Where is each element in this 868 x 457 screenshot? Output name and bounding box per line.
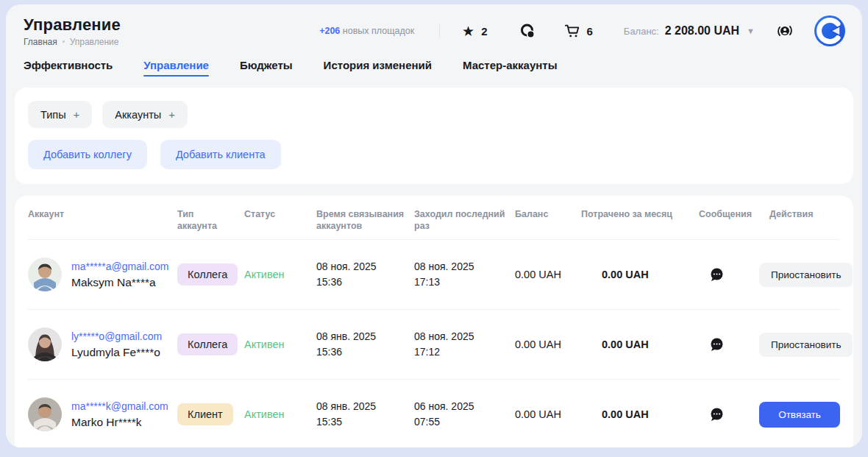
favorites-metric[interactable]: ★ 2: [462, 24, 487, 38]
brand-logo[interactable]: [814, 15, 846, 47]
last-seen-cell: 08 ноя. 2025 17:13: [414, 259, 515, 290]
last-seen-time: 17:13: [414, 274, 515, 290]
account-email[interactable]: ly*****o@gmail.com: [71, 329, 162, 344]
message-icon: [709, 407, 725, 422]
message-button[interactable]: [709, 267, 725, 283]
tab-management[interactable]: Управление: [143, 59, 209, 80]
account-name: Lyudmyla Fe****o: [71, 344, 162, 361]
col-account: Аккаунт: [28, 208, 177, 220]
linked-date: 08 янв. 2025: [316, 329, 414, 344]
messages-cell: [699, 337, 759, 353]
balance-cell: 0.00 UAH: [515, 269, 581, 280]
tab-history[interactable]: История изменений: [324, 59, 432, 80]
type-badge: Коллега: [177, 333, 238, 355]
status-badge: Активен: [244, 408, 316, 420]
type-cell: Коллега: [177, 263, 244, 286]
filter-button-row: Добавить коллегу Добавить клиента: [28, 140, 840, 169]
last-seen-cell: 08 ноя. 2025 17:12: [414, 329, 515, 360]
account-text: ma*****a@gmail.com Maksym Na****a: [71, 259, 168, 291]
type-cell: Клиент: [177, 403, 244, 425]
last-seen-time: 17:12: [414, 344, 515, 360]
add-client-button[interactable]: Добавить клиента: [160, 140, 281, 169]
balance-value: 2 208.00 UAH: [665, 24, 739, 38]
chat-cloud-icon: [519, 22, 536, 40]
tab-effectiveness[interactable]: Эффективность: [24, 59, 113, 80]
top-bar: Управление Главная Управление +206 новых…: [6, 4, 862, 52]
chat-cloud-button[interactable]: [519, 22, 536, 40]
last-seen-cell: 06 ноя. 2025 07:55: [414, 399, 515, 430]
spent-cell: 0.00 UAH: [581, 269, 699, 280]
balance-dropdown[interactable]: Баланс: 2 208.00 UAH ▼: [624, 24, 755, 38]
tab-budgets[interactable]: Бюджеты: [240, 59, 293, 80]
col-type: Тип аккаунта: [177, 208, 244, 232]
message-button[interactable]: [709, 337, 725, 353]
actions-cell: Приостановить: [759, 263, 853, 287]
type-badge: Коллега: [177, 263, 238, 286]
favorites-count: 2: [481, 25, 487, 38]
table-row: ly*****o@gmail.com Lyudmyla Fe****o Колл…: [28, 309, 840, 379]
breadcrumb: Главная Управление: [24, 37, 121, 47]
new-sites-label: новых площадок: [343, 26, 414, 36]
col-messages: Сообщения: [699, 208, 759, 220]
type-badge: Клиент: [177, 403, 233, 425]
tab-bar: Эффективность Управление Бюджеты История…: [6, 52, 862, 80]
account-text: ma*****k@gmail.com Marko Hr****k: [71, 399, 168, 431]
account-cell: ma*****a@gmail.com Maksym Na****a: [28, 258, 177, 291]
account-email[interactable]: ma*****a@gmail.com: [71, 259, 168, 274]
add-colleague-button[interactable]: Добавить коллегу: [28, 140, 147, 169]
spent-cell: 0.00 UAH: [581, 339, 699, 350]
plus-icon: +: [168, 108, 175, 121]
chevron-down-icon: ▼: [747, 26, 755, 35]
cart-metric[interactable]: 6: [564, 23, 593, 39]
table-header-row: Аккаунт Тип аккаунта Статус Время связыв…: [28, 197, 840, 239]
breadcrumb-current: Управление: [70, 37, 119, 47]
app-surface: Управление Главная Управление +206 новых…: [6, 4, 862, 447]
suspend-button[interactable]: Приостановить: [759, 263, 853, 287]
messages-cell: [699, 267, 759, 283]
actions-cell: Приостановить: [759, 333, 853, 357]
message-icon: [709, 337, 725, 353]
filter-chip-types[interactable]: Типы +: [28, 101, 92, 128]
message-icon: [709, 267, 725, 283]
type-cell: Коллега: [177, 333, 244, 355]
filter-chip-accounts[interactable]: Аккаунты +: [102, 101, 188, 128]
avatar: [28, 327, 62, 361]
account-text: ly*****o@gmail.com Lyudmyla Fe****o: [71, 329, 162, 361]
last-seen-time: 07:55: [414, 414, 515, 430]
page-title: Управление: [24, 15, 121, 35]
table-row: ma*****k@gmail.com Marko Hr****k Клиент …: [28, 379, 840, 447]
accounts-table: Аккаунт Тип аккаунта Статус Время связыв…: [15, 196, 853, 447]
balance-cell: 0.00 UAH: [515, 339, 581, 350]
notification-button[interactable]: [775, 21, 794, 40]
cart-icon: [564, 23, 580, 39]
message-button[interactable]: [709, 407, 725, 422]
suspend-button[interactable]: Приостановить: [759, 333, 853, 357]
spent-cell: 0.00 UAH: [581, 408, 699, 420]
star-icon: ★: [462, 24, 474, 38]
col-linked: Время связывания аккаунтов: [316, 208, 414, 232]
new-sites-link[interactable]: +206 новых площадок: [319, 26, 414, 36]
last-seen-date: 08 ноя. 2025: [414, 259, 515, 274]
tab-master-accounts[interactable]: Мастер-аккаунты: [463, 59, 557, 80]
linked-time-cell: 08 янв. 2025 15:35: [316, 399, 414, 430]
col-last-seen: Заходил последний раз: [414, 208, 515, 232]
col-actions: Действия: [759, 208, 840, 220]
table-row: ma*****a@gmail.com Maksym Na****a Коллег…: [28, 239, 840, 309]
unlink-button[interactable]: Отвязать: [759, 402, 840, 428]
linked-time: 15:35: [316, 414, 414, 430]
filter-chip-row: Типы + Аккаунты +: [28, 101, 840, 128]
col-spent: Потрачено за месяц: [581, 208, 699, 220]
account-email[interactable]: ma*****k@gmail.com: [71, 399, 168, 414]
account-cell: ma*****k@gmail.com Marko Hr****k: [28, 397, 177, 431]
last-seen-date: 08 ноя. 2025: [414, 329, 515, 344]
linked-date: 08 янв. 2025: [316, 399, 414, 414]
filter-card: Типы + Аккаунты + Добавить коллегу Добав…: [15, 88, 853, 184]
breadcrumb-home[interactable]: Главная: [24, 37, 57, 47]
account-name: Marko Hr****k: [71, 414, 168, 431]
cart-count: 6: [587, 25, 593, 38]
linked-time: 15:36: [316, 274, 414, 290]
balance-cell: 0.00 UAH: [515, 408, 581, 420]
linked-date: 08 ноя. 2025: [316, 259, 414, 274]
avatar: [28, 397, 62, 431]
linked-time-cell: 08 янв. 2025 15:36: [316, 329, 414, 360]
